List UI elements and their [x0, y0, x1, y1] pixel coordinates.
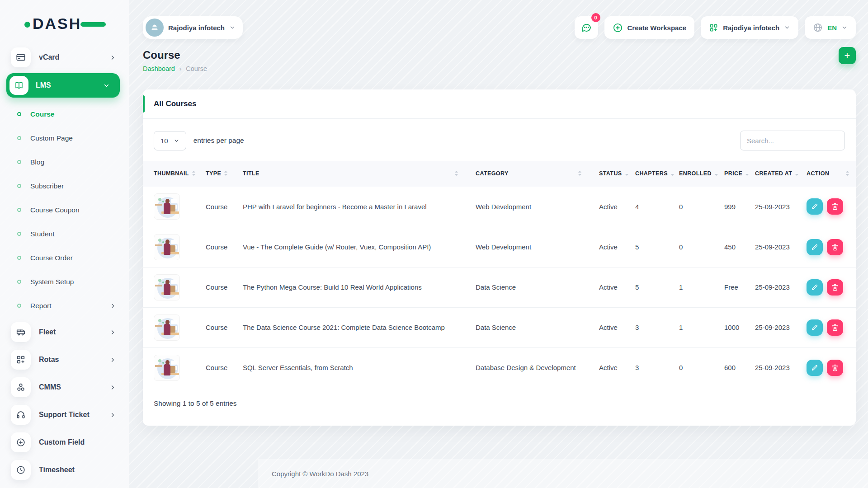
cell-category: Data Science	[465, 307, 588, 347]
grid-plus-icon	[709, 23, 718, 33]
cell-enrolled: 1	[668, 267, 713, 307]
sort-icon	[670, 170, 675, 178]
cell-category: Web Development	[465, 227, 588, 267]
submenu-label: Course	[30, 110, 116, 118]
chevron-right-icon	[109, 54, 116, 61]
main-content: Rajodiya infotech 0 Create Workspace	[129, 0, 868, 488]
sidebar-item-custom-field[interactable]: Custom Field	[0, 432, 129, 452]
edit-button[interactable]	[807, 198, 823, 215]
add-course-button[interactable]: +	[839, 47, 856, 64]
chevron-right-icon	[109, 357, 116, 363]
cell-enrolled: 0	[668, 227, 713, 267]
sidebar-item-custom-page[interactable]: Custom Page	[0, 126, 129, 150]
sort-icon	[714, 170, 718, 178]
cell-created-at: 25-09-2023	[744, 227, 796, 267]
cell-category: Web Development	[465, 187, 588, 227]
edit-button[interactable]	[807, 239, 823, 255]
col-category[interactable]: CATEGORY	[465, 161, 588, 187]
delete-button[interactable]	[827, 319, 843, 336]
bus-icon	[11, 322, 31, 342]
sidebar-item-fleet[interactable]: Fleet	[0, 322, 129, 342]
language-selector[interactable]: EN	[805, 16, 856, 39]
sort-icon	[578, 170, 582, 178]
sort-icon	[625, 170, 629, 178]
cell-title: Vue - The Complete Guide (w/ Router, Vue…	[232, 227, 465, 267]
sidebar-item-blog[interactable]: Blog	[0, 150, 129, 174]
company-menu[interactable]: Rajodiya infotech	[701, 16, 798, 39]
sidebar-item-system-setup[interactable]: System Setup	[0, 270, 129, 294]
col-chapters[interactable]: CHAPTERS	[624, 161, 668, 187]
sidebar-item-lms[interactable]: LMS	[6, 73, 120, 98]
col-type[interactable]: TYPE	[195, 161, 232, 187]
topbar: Rajodiya infotech 0 Create Workspace	[129, 0, 868, 39]
cell-chapters: 5	[624, 267, 668, 307]
sidebar-item-report[interactable]: Report	[0, 294, 129, 318]
cell-status: Active	[588, 227, 624, 267]
cell-price: 1000	[713, 307, 744, 347]
sidebar: DASH vCard LMS Course Custom Page	[0, 0, 129, 488]
col-thumbnail[interactable]: THUMBNAIL	[143, 161, 195, 187]
sidebar-item-student[interactable]: Student	[0, 222, 129, 246]
cell-enrolled: 0	[668, 187, 713, 227]
delete-button[interactable]	[827, 360, 843, 376]
sidebar-item-label: Fleet	[39, 328, 101, 336]
course-thumbnail	[154, 193, 180, 220]
col-status[interactable]: STATUS	[588, 161, 624, 187]
bullet-icon	[17, 232, 21, 236]
bullet-icon	[17, 112, 21, 116]
edit-button[interactable]	[807, 319, 823, 336]
book-icon	[9, 76, 28, 95]
col-created-at[interactable]: CREATED AT	[744, 161, 796, 187]
sort-icon	[795, 170, 799, 178]
sidebar-item-support-ticket[interactable]: Support Ticket	[0, 405, 129, 425]
cell-category: Data Science	[465, 267, 588, 307]
chevron-down-icon	[229, 24, 236, 31]
submenu-label: Blog	[30, 158, 116, 166]
sidebar-item-course-order[interactable]: Course Order	[0, 246, 129, 270]
chevron-right-icon	[109, 329, 116, 336]
col-title[interactable]: TITLE	[232, 161, 465, 187]
sidebar-item-subscriber[interactable]: Subscriber	[0, 174, 129, 198]
sort-icon	[454, 170, 458, 178]
col-enrolled[interactable]: ENROLLED	[668, 161, 713, 187]
lms-submenu: Course Custom Page Blog Subscriber Cours…	[0, 102, 129, 318]
breadcrumb-dashboard-link[interactable]: Dashboard	[143, 65, 175, 72]
language-code: EN	[827, 24, 837, 32]
delete-button[interactable]	[827, 198, 843, 215]
company-name: Rajodiya infotech	[723, 24, 779, 32]
cell-title: The Data Science Course 2021: Complete D…	[232, 307, 465, 347]
sidebar-item-cmms[interactable]: CMMS	[0, 377, 129, 397]
search-input[interactable]	[740, 131, 845, 150]
submenu-label: Course Order	[30, 254, 116, 262]
edit-button[interactable]	[807, 279, 823, 296]
messages-button[interactable]: 0	[575, 16, 598, 39]
bullet-icon	[17, 304, 21, 308]
submenu-label: Student	[30, 230, 116, 238]
sidebar-item-timesheet[interactable]: Timesheet	[0, 460, 129, 480]
table-row: Course SQL Server Essentials, from Scrat…	[143, 347, 856, 388]
sidebar-item-rotas[interactable]: Rotas	[0, 350, 129, 370]
create-workspace-button[interactable]: Create Workspace	[604, 16, 695, 39]
clock-icon	[11, 460, 31, 480]
dash-logo[interactable]: DASH	[26, 14, 103, 33]
sidebar-item-course-coupon[interactable]: Course Coupon	[0, 198, 129, 222]
col-action[interactable]: ACTION	[796, 161, 856, 187]
table-controls: 10 entries per page	[143, 119, 856, 161]
cell-price: Free	[713, 267, 744, 307]
entries-summary: Showing 1 to 5 of 5 entries	[143, 388, 856, 426]
grid-plus-icon	[11, 350, 31, 370]
page-size-select[interactable]: 10	[154, 131, 186, 150]
workspace-avatar	[146, 19, 164, 37]
sidebar-item-course[interactable]: Course	[0, 102, 129, 126]
delete-button[interactable]	[827, 279, 843, 296]
page-header: Course Dashboard › Course +	[129, 39, 868, 72]
bullet-icon	[17, 208, 21, 212]
sidebar-item-vcard[interactable]: vCard	[0, 45, 129, 70]
cell-created-at: 25-09-2023	[744, 307, 796, 347]
table-header-row: THUMBNAIL TYPE TITLE CATEGORY STATUS CHA…	[143, 161, 856, 187]
course-thumbnail	[154, 314, 180, 341]
cell-status: Active	[588, 347, 624, 388]
workspace-selector[interactable]: Rajodiya infotech	[143, 16, 243, 39]
edit-button[interactable]	[807, 360, 823, 376]
delete-button[interactable]	[827, 239, 843, 255]
